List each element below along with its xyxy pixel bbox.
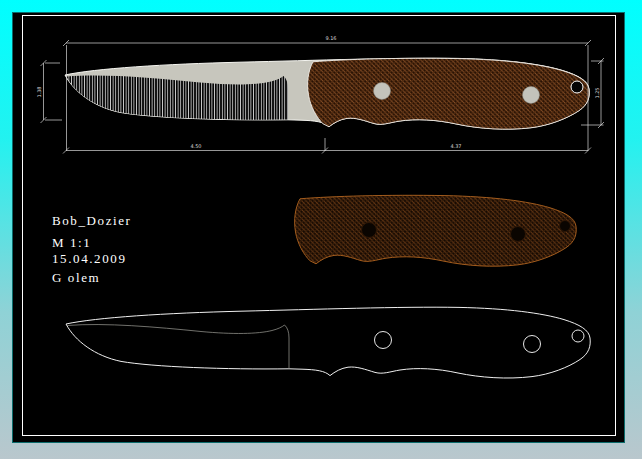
rear-pin: [523, 87, 540, 104]
handle-scale-middle: [295, 195, 577, 266]
knife-outline: [66, 307, 590, 378]
date-text: 15.04.2009: [52, 251, 127, 266]
scale-text: M 1:1: [52, 235, 91, 250]
rear-pin-hole-outline: [524, 336, 541, 353]
front-pin-hole: [362, 223, 377, 238]
front-pin: [374, 83, 391, 100]
front-pin-hole-outline: [375, 332, 392, 349]
lanyard-hole-outline: [572, 330, 584, 342]
rear-pin-hole: [511, 227, 526, 242]
dim-blade-height: 1.38: [36, 86, 42, 97]
bottom-view-outline: [66, 307, 590, 378]
cad-drawing-svg: 9.16 4.50 4.37 1.38 1.25 Bob_Dozier M 1:…: [0, 0, 642, 459]
author-text: G olem: [52, 270, 100, 285]
dim-blade-length: 4.50: [190, 143, 201, 149]
handle-scale-top: [308, 58, 590, 129]
dim-handle-length: 4.37: [450, 143, 461, 149]
middle-view-handle-scale: [295, 195, 577, 266]
lanyard-hole: [571, 81, 583, 93]
lanyard-hole-middle: [560, 221, 571, 232]
dim-butt-height: 1.25: [594, 87, 600, 98]
grind-line: [67, 325, 289, 369]
dim-overall-length: 9.16: [325, 35, 336, 41]
title-block: Bob_Dozier M 1:1 15.04.2009 G olem: [52, 213, 132, 285]
designer-name-text: Bob_Dozier: [52, 213, 132, 228]
top-view-knife: [65, 58, 589, 129]
